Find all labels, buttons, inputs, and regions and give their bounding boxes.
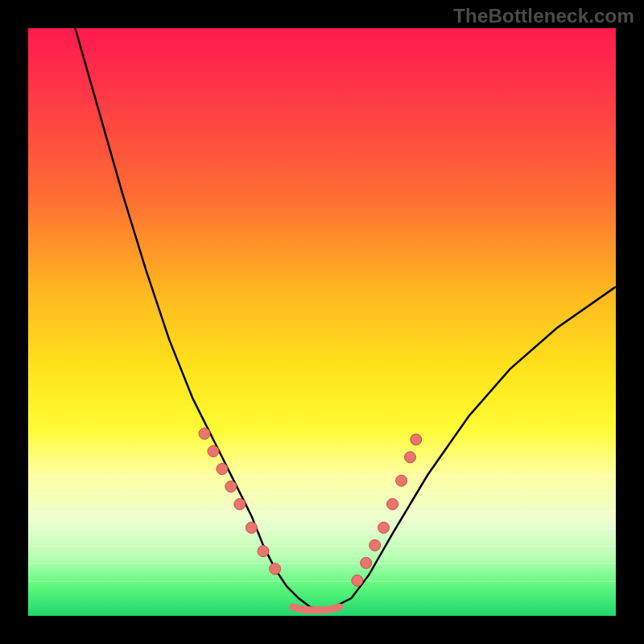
plot-area xyxy=(28,28,616,616)
watermark-text: TheBottleneck.com xyxy=(453,5,634,27)
bottleneck-curve xyxy=(75,28,616,610)
highlight-dot xyxy=(217,464,228,475)
curve-svg xyxy=(28,28,616,616)
highlight-dot xyxy=(369,539,381,551)
highlight-dot xyxy=(405,452,416,463)
left-branch-dots xyxy=(199,428,281,575)
highlight-dot xyxy=(208,446,219,457)
highlight-dot xyxy=(396,475,407,486)
highlight-dot xyxy=(225,481,237,492)
highlight-dot xyxy=(234,498,246,510)
highlight-dot xyxy=(361,557,372,568)
chart-stage: TheBottleneck.com xyxy=(0,0,644,644)
highlight-dot xyxy=(411,434,422,445)
highlight-dot xyxy=(258,546,269,557)
highlight-dot xyxy=(199,428,210,440)
right-branch-dots xyxy=(352,434,422,586)
valley-highlight xyxy=(293,607,340,610)
highlight-dot xyxy=(378,522,390,534)
highlight-dot xyxy=(246,522,257,534)
highlight-dot xyxy=(352,575,363,586)
highlight-dot xyxy=(270,564,281,575)
highlight-dot xyxy=(387,498,398,510)
